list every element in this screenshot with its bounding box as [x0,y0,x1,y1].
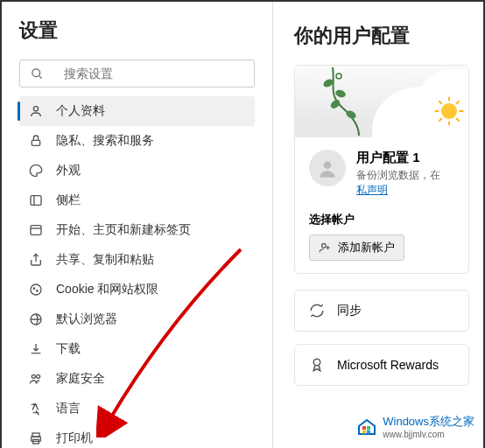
family-icon [28,371,44,387]
nav-label: 打印机 [56,430,93,446]
lock-icon [28,133,44,149]
svg-point-25 [441,103,457,119]
nav-list: 个人资料 隐私、搜索和服务 外观 侧栏 开始、主页和新建标签页 共享、复制和粘贴 [19,96,255,448]
svg-line-31 [456,118,460,122]
nav-label: Cookie 和网站权限 [56,282,158,298]
cookie-icon [28,282,44,298]
svg-point-38 [313,359,320,366]
watermark-logo-icon [356,416,377,438]
profile-text: 用户配置 1 备份浏览数据，在 私声明 [356,150,440,198]
printer-icon [28,430,44,446]
add-account-label: 添加新帐户 [338,240,395,256]
nav-item-downloads[interactable]: 下载 [19,334,255,364]
nav-label: 共享、复制和粘贴 [56,252,154,268]
share-icon [28,252,44,268]
nav-label: 开始、主页和新建标签页 [56,222,191,238]
svg-line-1 [39,75,41,78]
nav-label: 个人资料 [56,103,105,119]
watermark-line1: Windows系统之家 [383,414,474,430]
svg-line-32 [456,101,460,104]
add-person-icon [319,242,331,254]
svg-rect-40 [362,426,366,430]
rewards-card[interactable]: Microsoft Rewards [294,344,469,386]
privacy-link[interactable]: 私声明 [356,184,388,196]
svg-point-2 [33,107,38,111]
sidebar-icon [28,192,44,208]
svg-point-34 [324,161,332,169]
download-icon [28,341,44,357]
search-box[interactable] [19,60,255,88]
svg-rect-4 [31,196,41,206]
nav-item-printer[interactable]: 打印机 [19,424,255,448]
language-icon [28,401,44,416]
rewards-icon [309,357,325,373]
sync-label: 同步 [337,303,362,318]
svg-point-11 [37,290,38,291]
nav-item-start[interactable]: 开始、主页和新建标签页 [19,215,255,245]
nav-item-profile[interactable]: 个人资料 [19,96,255,126]
nav-item-cookies[interactable]: Cookie 和网站权限 [19,275,255,304]
settings-sidebar: 设置 个人资料 隐私、搜索和服务 外观 侧栏 [2,2,273,448]
svg-point-35 [322,243,327,248]
profile-body: 用户配置 1 备份浏览数据，在 私声明 [295,137,468,206]
svg-point-10 [33,288,34,289]
nav-item-sidebar[interactable]: 侧栏 [19,186,255,215]
svg-point-0 [32,68,39,76]
svg-rect-6 [31,226,41,235]
profile-card: 用户配置 1 备份浏览数据，在 私声明 选择帐户 添加新帐户 [294,65,469,274]
nav-label: 家庭安全 [56,371,105,387]
palette-icon [28,163,44,178]
nav-item-language[interactable]: 语言 [19,394,255,424]
nav-label: 侧栏 [56,192,81,208]
nav-item-appearance[interactable]: 外观 [19,156,255,186]
svg-point-9 [31,284,41,295]
home-tab-icon [28,222,44,238]
sync-card[interactable]: 同步 [294,290,469,332]
profile-banner [295,66,468,137]
search-input[interactable] [64,66,245,80]
nav-item-family[interactable]: 家庭安全 [19,364,255,394]
svg-point-14 [37,374,40,378]
nav-label: 隐私、搜索和服务 [56,133,154,149]
nav-item-share[interactable]: 共享、复制和粘贴 [19,245,255,275]
watermark: Windows系统之家 www.bjjmlv.com [353,412,478,441]
svg-point-24 [336,74,341,79]
nav-label: 下载 [56,341,81,357]
nav-label: 外观 [56,163,81,178]
profile-name: 用户配置 1 [356,150,440,166]
nav-item-default-browser[interactable]: 默认浏览器 [19,304,255,334]
watermark-line2: www.bjjmlv.com [383,430,474,439]
main-panel: 你的用户配置 用户配置 1 备份浏览数据，在 私声明 选择帐户 [273,2,483,448]
svg-point-21 [334,88,347,99]
profile-desc: 备份浏览数据，在 [356,168,440,183]
add-account-button[interactable]: 添加新帐户 [309,234,404,261]
svg-rect-41 [367,426,370,430]
search-icon [29,66,45,81]
svg-line-30 [439,101,442,104]
sun-decoration [433,95,465,127]
nav-label: 语言 [56,401,81,416]
main-title: 你的用户配置 [294,23,483,49]
sidebar-title: 设置 [19,18,255,44]
nav-label: 默认浏览器 [56,312,117,327]
svg-rect-42 [362,430,366,433]
vine-decoration [311,67,381,136]
nav-item-privacy[interactable]: 隐私、搜索和服务 [19,126,255,156]
avatar [309,150,346,186]
rewards-label: Microsoft Rewards [337,358,439,372]
svg-rect-43 [367,430,370,433]
svg-rect-3 [32,140,39,145]
sync-icon [309,303,325,318]
account-section: 选择帐户 添加新帐户 [295,206,468,273]
svg-point-13 [32,374,35,378]
svg-line-33 [439,118,442,122]
browser-icon [28,312,44,327]
account-label: 选择帐户 [309,212,454,228]
profile-icon [28,103,44,119]
